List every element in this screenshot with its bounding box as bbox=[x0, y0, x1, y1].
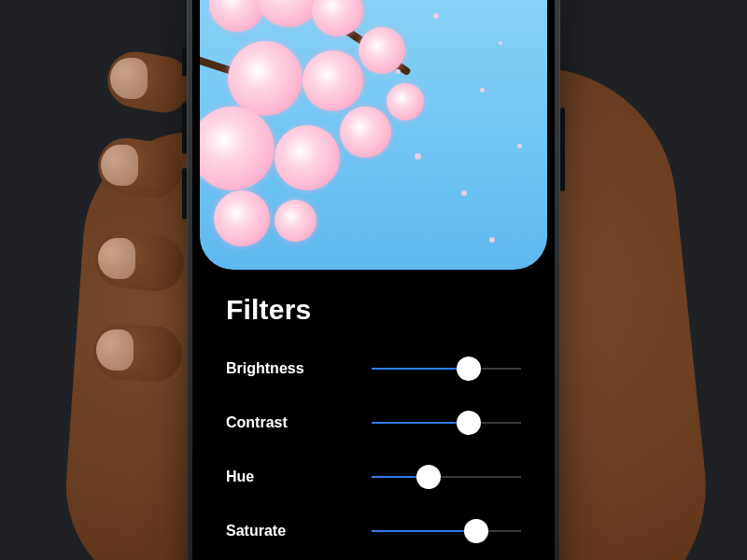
filters-title: Filters bbox=[226, 294, 521, 326]
slider-label: Saturate bbox=[226, 523, 349, 539]
filters-panel: Filters Brightness Contrast Hue bbox=[200, 270, 547, 560]
slider-knob[interactable] bbox=[457, 357, 481, 381]
saturate-slider[interactable] bbox=[372, 520, 521, 542]
preview-image bbox=[200, 0, 547, 270]
slider-knob[interactable] bbox=[464, 519, 488, 543]
slider-row-brightness: Brightness bbox=[226, 348, 521, 389]
contrast-slider[interactable] bbox=[372, 412, 521, 434]
phone-frame: Filters Brightness Contrast Hue bbox=[187, 0, 560, 560]
stage: Filters Brightness Contrast Hue bbox=[0, 0, 747, 560]
slider-label: Brightness bbox=[226, 360, 349, 377]
slider-row-contrast: Contrast bbox=[226, 402, 521, 443]
phone-screen: Filters Brightness Contrast Hue bbox=[200, 0, 547, 560]
slider-label: Contrast bbox=[226, 414, 349, 431]
slider-row-hue: Hue bbox=[226, 456, 521, 497]
slider-knob[interactable] bbox=[416, 465, 441, 489]
brightness-slider[interactable] bbox=[372, 357, 521, 380]
slider-row-saturate: Saturate bbox=[226, 511, 521, 552]
slider-knob[interactable] bbox=[457, 411, 481, 435]
hue-slider[interactable] bbox=[372, 466, 521, 488]
slider-label: Hue bbox=[226, 469, 349, 485]
